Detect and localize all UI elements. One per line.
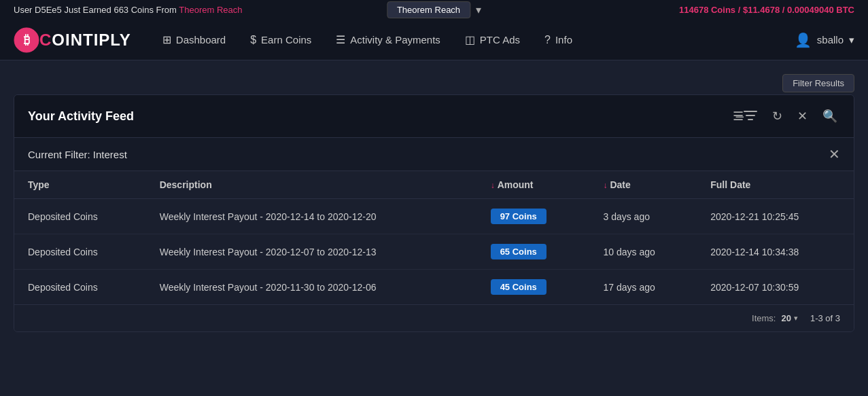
activity-icon: ☰ (336, 33, 345, 46)
amount-sort-icon: ↓ (491, 181, 495, 190)
nav-info[interactable]: ? Info (534, 29, 583, 52)
activity-card: Your Activity Feed ☰̶ ↻ ✕ 🔍 (14, 94, 854, 332)
clear-icon: ✕ (797, 109, 808, 124)
cell-full-date: 2020-12-14 10:34:38 (697, 234, 854, 270)
network-chevron-icon: ▾ (476, 3, 481, 16)
clear-button[interactable]: ✕ (795, 106, 810, 126)
search-button[interactable]: 🔍 (820, 106, 840, 126)
col-full-date: Full Date (697, 171, 854, 199)
col-amount[interactable]: ↓Amount (477, 171, 590, 199)
activity-table: Type Description ↓Amount ↓Date Full Date (14, 171, 854, 304)
refresh-button[interactable]: ↻ (769, 106, 785, 126)
per-page-count: 20 (781, 313, 791, 323)
table-row: Deposited Coins Weekly Interest Payout -… (14, 234, 854, 270)
filter-close-button[interactable]: ✕ (829, 146, 840, 162)
amount-badge: 65 Coins (491, 244, 546, 259)
svg-rect-2 (744, 111, 757, 112)
cell-type: Deposited Coins (14, 199, 146, 234)
logo-text: COINTIPLY (39, 31, 131, 50)
cell-amount: 45 Coins (477, 270, 590, 305)
amount-badge: 45 Coins (491, 279, 546, 295)
table-row: Deposited Coins Weekly Interest Payout -… (14, 270, 854, 305)
earn-coins-icon: $ (250, 34, 256, 46)
header: ₿ COINTIPLY ⊞ Dashboard $ Earn Coins ☰ A… (0, 20, 868, 60)
nav-activity-payments-label: Activity & Payments (350, 34, 440, 46)
cell-type: Deposited Coins (14, 270, 146, 305)
cell-date: 17 days ago (589, 270, 697, 305)
notification-highlight[interactable]: Theorem Reach (179, 5, 242, 15)
network-button[interactable]: Theorem Reach (387, 1, 470, 18)
cell-description: Weekly Interest Payout - 2020-12-14 to 2… (146, 199, 477, 234)
filter-icon-button[interactable]: ☰̶ (730, 106, 760, 126)
card-header: Your Activity Feed ☰̶ ↻ ✕ 🔍 (14, 95, 854, 138)
table-footer: Items: 20 ▾ 1-3 of 3 (14, 304, 854, 331)
card-actions: ☰̶ ↻ ✕ 🔍 (730, 106, 840, 126)
nav-earn-coins-label: Earn Coins (261, 34, 311, 46)
logo-icon: ₿ (14, 27, 39, 53)
nav-info-label: Info (555, 34, 572, 46)
search-icon: 🔍 (822, 109, 837, 124)
main-content: Filter Results Your Activity Feed ☰̶ ↻ (0, 60, 868, 346)
notification-bar: User D5Ee5 Just Earned 663 Coins From Th… (0, 0, 868, 20)
col-date[interactable]: ↓Date (589, 171, 697, 199)
nav-ptc-ads-label: PTC Ads (480, 34, 520, 46)
refresh-icon: ↻ (772, 109, 782, 124)
network-selector[interactable]: Theorem Reach ▾ (387, 1, 481, 18)
user-dropdown-icon: ▾ (849, 34, 854, 46)
col-type: Type (14, 171, 146, 199)
user-icon: 👤 (795, 32, 812, 48)
user-section[interactable]: 👤 sballo ▾ (795, 32, 854, 48)
items-per-page[interactable]: 20 ▾ (781, 313, 797, 323)
svg-rect-3 (746, 115, 755, 116)
nav-dashboard-label: Dashboard (176, 34, 226, 46)
svg-text:₿: ₿ (24, 33, 30, 47)
logo-c: C (39, 31, 52, 49)
dashboard-icon: ⊞ (162, 33, 171, 46)
pagination-info: 1-3 of 3 (810, 313, 840, 323)
table-body: Deposited Coins Weekly Interest Payout -… (14, 199, 854, 305)
date-sort-icon: ↓ (603, 181, 607, 190)
per-page-dropdown-icon: ▾ (794, 314, 798, 323)
notification-text: User D5Ee5 Just Earned 663 Coins From (14, 5, 179, 15)
col-description: Description (146, 171, 477, 199)
cell-full-date: 2020-12-07 10:30:59 (697, 270, 854, 305)
nav-activity-payments[interactable]: ☰ Activity & Payments (325, 28, 451, 52)
table-row: Deposited Coins Weekly Interest Payout -… (14, 199, 854, 234)
ptc-icon: ◫ (465, 33, 475, 46)
table-wrapper: Type Description ↓Amount ↓Date Full Date (14, 171, 854, 304)
username: sballo (817, 34, 844, 46)
items-label: Items: (752, 313, 776, 323)
info-icon: ? (544, 34, 551, 46)
cell-date: 3 days ago (589, 199, 697, 234)
notification-left: User D5Ee5 Just Earned 663 Coins From Th… (14, 5, 242, 15)
table-header-row: Type Description ↓Amount ↓Date Full Date (14, 171, 854, 199)
nav-earn-coins[interactable]: $ Earn Coins (239, 29, 322, 52)
filter-bar: Current Filter: Interest ✕ (14, 138, 854, 171)
filter-label: Current Filter: Interest (28, 149, 127, 160)
filter-lines-icon (744, 111, 757, 122)
card-title: Your Activity Feed (28, 109, 134, 124)
cell-date: 10 days ago (589, 234, 697, 270)
cell-description: Weekly Interest Payout - 2020-11-30 to 2… (146, 270, 477, 305)
logo[interactable]: ₿ COINTIPLY (14, 27, 131, 53)
filter-results-button[interactable]: Filter Results (782, 74, 854, 92)
cell-amount: 97 Coins (477, 199, 590, 234)
cell-full-date: 2020-12-21 10:25:45 (697, 199, 854, 234)
nav: ⊞ Dashboard $ Earn Coins ☰ Activity & Pa… (152, 28, 795, 52)
amount-badge: 97 Coins (491, 209, 546, 224)
coin-balance: 114678 Coins / $11.4678 / 0.00049040 BTC (679, 5, 854, 15)
filter-icon: ☰̶ (733, 109, 744, 124)
logo-rest: OINTIPLY (52, 31, 131, 49)
cell-description: Weekly Interest Payout - 2020-12-07 to 2… (146, 234, 477, 270)
cell-type: Deposited Coins (14, 234, 146, 270)
cell-amount: 65 Coins (477, 234, 590, 270)
nav-ptc-ads[interactable]: ◫ PTC Ads (454, 28, 531, 52)
nav-dashboard[interactable]: ⊞ Dashboard (152, 28, 237, 52)
svg-rect-4 (748, 119, 753, 120)
